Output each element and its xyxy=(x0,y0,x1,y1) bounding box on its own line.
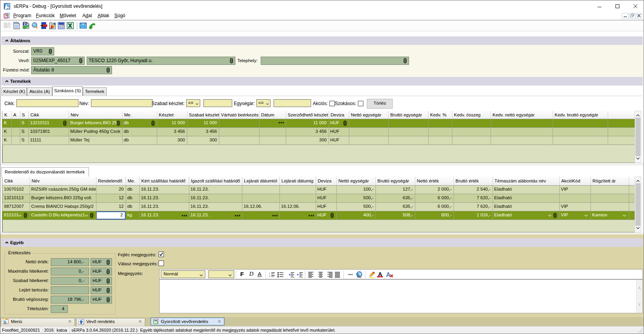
svg-text:1: 1 xyxy=(269,272,270,275)
svg-text:2: 2 xyxy=(269,275,270,277)
svg-text:A: A xyxy=(386,271,391,278)
